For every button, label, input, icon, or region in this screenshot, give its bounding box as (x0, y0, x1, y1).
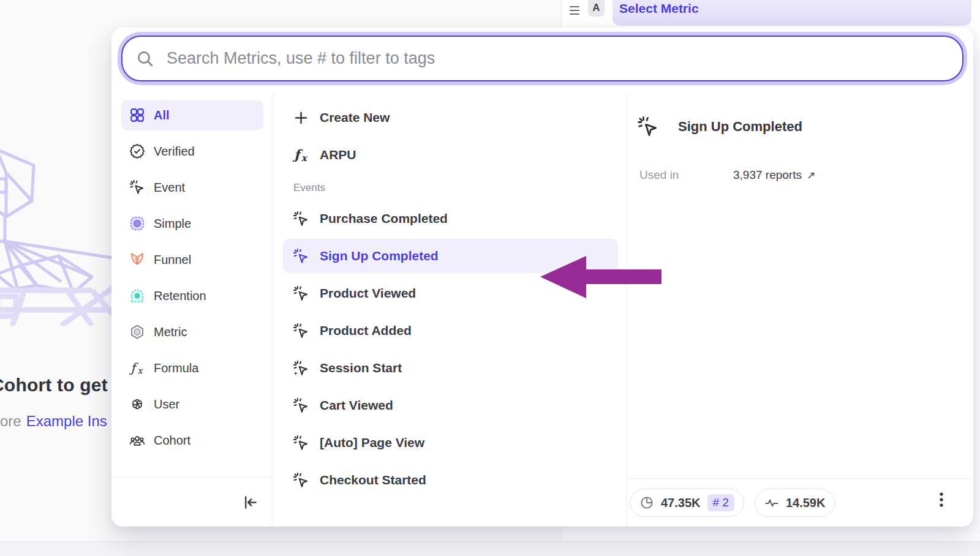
list-item-label: Product Added (320, 323, 412, 338)
list-item-label: Session Start (320, 361, 402, 375)
event-cursor-icon (129, 179, 145, 195)
event-cursor-icon (293, 211, 309, 227)
create-new-button[interactable]: Create New (283, 100, 618, 135)
event-cursor-icon (637, 116, 659, 138)
sidebar-item-label: Simple (154, 217, 191, 231)
sidebar-item-event[interactable]: Event (121, 172, 263, 203)
retention-icon (129, 288, 145, 304)
sidebar-item-verified[interactable]: Verified (121, 136, 263, 167)
subtext-fragment: ore (0, 413, 21, 429)
list-item-label: ARPU (320, 148, 356, 162)
grid-icon (129, 107, 145, 123)
metric-hexagon-icon (129, 324, 145, 340)
background-headline: Cohort to get s (0, 375, 116, 396)
sidebar-footer (111, 477, 273, 527)
pie-chart-icon (639, 495, 654, 510)
list-item-purchase-completed[interactable]: Purchase Completed (283, 201, 618, 236)
sidebar-item-label: Metric (154, 325, 187, 339)
wireframe-illustration (0, 136, 118, 326)
select-metric-dropdown[interactable]: Select Metric (619, 1, 699, 16)
list-item-arpu[interactable]: ARPU (283, 138, 618, 172)
list-item-label: Checkout Started (320, 473, 426, 487)
list-item-sign-up-completed[interactable]: Sign Up Completed (283, 239, 618, 273)
sidebar-item-label: Event (154, 181, 185, 195)
search-icon (136, 50, 154, 68)
events-section-header: Events (293, 182, 618, 194)
sidebar-item-formula[interactable]: Formula (121, 353, 263, 383)
sidebar-item-label: Formula (154, 361, 198, 375)
detail-header: Sign Up Completed (627, 116, 973, 138)
list-item-checkout-started[interactable]: Checkout Started (283, 463, 618, 497)
formula-fx-icon (129, 360, 145, 376)
metric-picker-dialog: All Verified Event Simple Funnel Retenti… (111, 28, 973, 527)
sidebar-item-metric[interactable]: Metric (121, 317, 263, 347)
metric-list: Create New ARPU Events Purchase Complete… (273, 93, 627, 527)
activity-pulse-icon (764, 495, 779, 510)
list-item-label: [Auto] Page View (320, 435, 424, 450)
list-item-label: Cart Viewed (320, 398, 393, 413)
sidebar-item-retention[interactable]: Retention (121, 280, 263, 311)
detail-footer: 47.35K # 2 14.59K (627, 478, 973, 527)
event-cursor-icon (293, 397, 309, 414)
list-item-label: Product Viewed (320, 286, 416, 301)
sidebar-item-all[interactable]: All (121, 100, 263, 130)
user-flower-icon (129, 396, 145, 412)
stat-pill-activity[interactable]: 14.59K (755, 489, 835, 517)
sidebar-item-label: All (154, 108, 170, 122)
list-item-label: Sign Up Completed (320, 249, 439, 263)
list-item-cart-viewed[interactable]: Cart Viewed (283, 388, 618, 423)
list-item-auto-page-view[interactable]: [Auto] Page View (283, 426, 618, 460)
cohort-people-icon (129, 432, 145, 448)
sidebar-item-funnel[interactable]: Funnel (121, 244, 263, 275)
stat-pill-total[interactable]: 47.35K # 2 (630, 489, 744, 517)
simple-block-icon (129, 216, 145, 231)
plus-icon (293, 110, 309, 126)
search-bar (121, 36, 963, 81)
event-cursor-icon (293, 285, 309, 302)
list-item-session-start[interactable]: Session Start (283, 351, 618, 385)
sidebar-item-label: User (154, 397, 179, 411)
verified-seal-icon (129, 143, 145, 159)
sidebar-item-label: Verified (154, 145, 195, 159)
background-subtext: oreExample Ins (0, 413, 113, 430)
rank-badge: # 2 (707, 494, 734, 511)
page-bottom-strip (0, 541, 980, 556)
list-item-product-added[interactable]: Product Added (283, 314, 618, 348)
used-in-label: Used in (639, 168, 733, 182)
list-item-product-viewed[interactable]: Product Viewed (283, 276, 618, 310)
sidebar-item-label: Cohort (154, 434, 190, 448)
formula-fx-icon (293, 147, 309, 163)
funnel-icon (129, 252, 145, 268)
series-a-badge: A (588, 0, 605, 17)
sidebar-item-cohort[interactable]: Cohort (121, 425, 263, 456)
sidebar-item-label: Retention (154, 289, 206, 303)
sidebar-item-label: Funnel (154, 253, 191, 267)
detail-title: Sign Up Completed (678, 119, 802, 135)
event-cursor-icon (293, 248, 309, 265)
used-in-row: Used in 3,937 reports ↗ (627, 168, 973, 182)
list-item-label: Create New (320, 110, 390, 125)
stat-value: 14.59K (786, 496, 826, 510)
collapse-sidebar-button[interactable] (242, 494, 258, 511)
search-input[interactable] (167, 49, 962, 68)
dialog-content: All Verified Event Simple Funnel Retenti… (111, 93, 973, 527)
sidebar-item-user[interactable]: User (121, 389, 263, 419)
used-in-reports-link[interactable]: 3,937 reports ↗ (733, 168, 815, 182)
session-start-event-icon (293, 360, 309, 377)
event-cursor-icon (293, 435, 309, 451)
drag-handle-icon[interactable] (570, 6, 579, 15)
event-cursor-icon (293, 323, 309, 339)
sidebar-item-simple[interactable]: Simple (121, 208, 263, 239)
metric-header-row: A Select Metric (570, 0, 699, 18)
kebab-menu-button[interactable] (937, 488, 946, 517)
metric-detail-panel: Sign Up Completed Used in 3,937 reports … (627, 93, 973, 527)
example-insights-link[interactable]: Example Ins (26, 413, 107, 429)
list-item-label: Purchase Completed (320, 211, 448, 226)
event-cursor-icon (293, 472, 309, 489)
stat-value: 47.35K (661, 496, 701, 510)
arrow-up-right-icon: ↗ (807, 169, 815, 182)
category-sidebar: All Verified Event Simple Funnel Retenti… (111, 93, 273, 527)
